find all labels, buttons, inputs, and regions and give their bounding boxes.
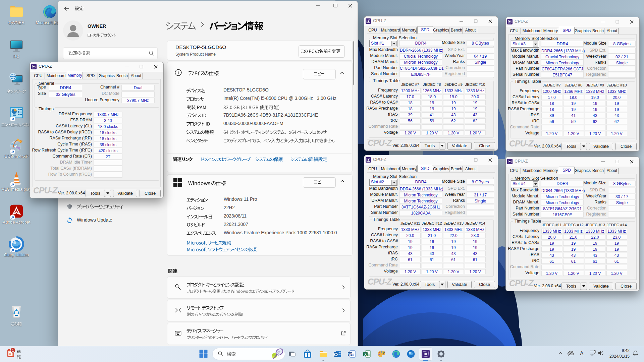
svg-text:W: W bbox=[348, 352, 352, 356]
svg-text:X: X bbox=[364, 352, 367, 356]
svg-text:1: 1 bbox=[12, 348, 14, 352]
